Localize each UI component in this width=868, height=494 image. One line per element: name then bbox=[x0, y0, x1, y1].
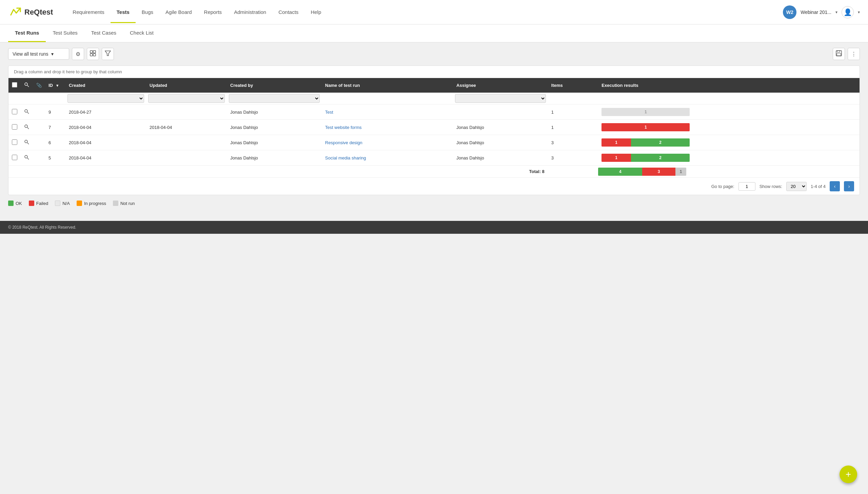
legend-na: N/A bbox=[55, 201, 70, 206]
toolbar: View all test runs ▾ ⚙ ⋮ bbox=[8, 48, 860, 60]
row-exec-cell: 1 bbox=[598, 120, 860, 135]
filter-created-by[interactable] bbox=[229, 94, 320, 103]
row-checkbox[interactable] bbox=[12, 124, 17, 130]
total-exec-seg-ok: 4 bbox=[598, 168, 642, 176]
row-exec-cell: 1 bbox=[598, 104, 860, 120]
row-attach-cell bbox=[33, 104, 45, 120]
filter-updated[interactable] bbox=[148, 94, 225, 103]
total-exec-seg-notrun: 1 bbox=[675, 168, 687, 176]
row-attach-cell bbox=[33, 135, 45, 150]
logo: ReQtest bbox=[8, 5, 53, 19]
row-checkbox[interactable] bbox=[12, 109, 17, 114]
legend-na-label: N/A bbox=[62, 201, 70, 206]
more-options-button[interactable]: ⋮ bbox=[848, 48, 860, 60]
attach-icon: 📎 bbox=[36, 83, 42, 88]
row-search-icon[interactable] bbox=[24, 140, 29, 146]
legend-failed: Failed bbox=[29, 201, 48, 206]
nav-contacts[interactable]: Contacts bbox=[272, 1, 304, 23]
test-runs-table: 📎 ID ▼ Created Updated Created by Name o… bbox=[8, 78, 860, 177]
table-card: Drag a column and drop it here to group … bbox=[8, 65, 860, 195]
more-icon: ⋮ bbox=[851, 51, 856, 57]
row-search-icon[interactable] bbox=[24, 110, 29, 115]
row-search-cell[interactable] bbox=[21, 104, 33, 120]
row-checkbox-cell[interactable] bbox=[8, 135, 21, 150]
exec-bar: 1 bbox=[601, 108, 690, 116]
legend-notrun-dot bbox=[113, 201, 118, 206]
row-attach-cell bbox=[33, 120, 45, 135]
row-name[interactable]: Test website forms bbox=[322, 120, 453, 135]
exec-seg-na: 1 bbox=[601, 108, 690, 116]
row-attach-cell bbox=[33, 150, 45, 166]
row-exec-cell: 12 bbox=[598, 150, 860, 166]
header-checkbox[interactable] bbox=[8, 78, 21, 93]
filter-created[interactable] bbox=[67, 94, 144, 103]
nav-agile-board[interactable]: Agile Board bbox=[159, 1, 198, 23]
row-id: 7 bbox=[45, 120, 65, 135]
row-created: 2018-04-27 bbox=[65, 104, 146, 120]
view-selector-label: View all test runs bbox=[13, 51, 48, 57]
row-items: 3 bbox=[548, 150, 598, 166]
row-created-by: Jonas Dahlsjo bbox=[227, 135, 322, 150]
row-checkbox[interactable] bbox=[12, 139, 17, 145]
total-exec: 431 bbox=[598, 166, 860, 178]
svg-point-16 bbox=[25, 155, 27, 158]
row-search-cell[interactable] bbox=[21, 150, 33, 166]
row-search-icon[interactable] bbox=[24, 125, 29, 131]
group-button[interactable] bbox=[87, 48, 99, 60]
nav-reports[interactable]: Reports bbox=[198, 1, 228, 23]
view-selector-chevron: ▾ bbox=[51, 51, 54, 57]
settings-button[interactable]: ⚙ bbox=[72, 48, 84, 60]
row-search-icon[interactable] bbox=[24, 156, 29, 161]
row-name[interactable]: Social media sharing bbox=[322, 150, 453, 166]
footer-text: © 2018 ReQtest. All Rights Reserved. bbox=[8, 225, 76, 230]
svg-point-12 bbox=[25, 125, 27, 128]
tab-test-runs[interactable]: Test Runs bbox=[8, 24, 46, 42]
tab-test-suites[interactable]: Test Suites bbox=[46, 24, 84, 42]
svg-rect-7 bbox=[837, 53, 841, 56]
nav-tests[interactable]: Tests bbox=[111, 1, 136, 23]
select-all-checkbox[interactable] bbox=[12, 82, 17, 88]
user-profile-chevron[interactable]: ▾ bbox=[858, 10, 860, 15]
go-to-page-label: Go to page: bbox=[711, 184, 734, 189]
sort-arrow-icon: ▼ bbox=[56, 83, 59, 88]
row-search-cell[interactable] bbox=[21, 120, 33, 135]
total-exec-seg-failed: 3 bbox=[642, 168, 675, 176]
filter-button[interactable] bbox=[102, 48, 114, 60]
top-navbar: ReQtest Requirements Tests Bugs Agile Bo… bbox=[0, 0, 868, 24]
toolbar-right: ⋮ bbox=[833, 48, 860, 60]
user-dropdown-chevron[interactable]: ▾ bbox=[835, 10, 837, 15]
row-checkbox-cell[interactable] bbox=[8, 120, 21, 135]
nav-administration[interactable]: Administration bbox=[228, 1, 272, 23]
row-checkbox[interactable] bbox=[12, 155, 17, 160]
nav-help[interactable]: Help bbox=[304, 1, 327, 23]
row-search-cell[interactable] bbox=[21, 135, 33, 150]
rows-per-page-select[interactable]: 20 50 100 bbox=[786, 182, 807, 191]
header-items: Items bbox=[548, 78, 598, 93]
tab-test-cases[interactable]: Test Cases bbox=[84, 24, 123, 42]
nav-requirements[interactable]: Requirements bbox=[66, 1, 110, 23]
save-button[interactable] bbox=[833, 48, 845, 60]
row-name[interactable]: Responsive design bbox=[322, 135, 453, 150]
row-name[interactable]: Test bbox=[322, 104, 453, 120]
total-items bbox=[548, 166, 598, 178]
total-exec-bar: 431 bbox=[598, 168, 686, 176]
legend-notrun: Not run bbox=[113, 201, 135, 206]
nav-bugs[interactable]: Bugs bbox=[136, 1, 159, 23]
row-checkbox-cell[interactable] bbox=[8, 150, 21, 166]
prev-page-button[interactable]: ‹ bbox=[830, 181, 840, 191]
nav-right: W2 Webinar 201... ▾ 👤 ▾ bbox=[783, 5, 860, 19]
row-items: 1 bbox=[548, 120, 598, 135]
exec-bar: 1 bbox=[601, 123, 690, 131]
tab-check-list[interactable]: Check List bbox=[123, 24, 160, 42]
page-input[interactable] bbox=[738, 182, 755, 191]
filter-assignee[interactable] bbox=[455, 94, 546, 103]
header-id[interactable]: ID ▼ bbox=[45, 78, 65, 93]
row-checkbox-cell[interactable] bbox=[8, 104, 21, 120]
exec-seg-ok: 2 bbox=[631, 138, 690, 147]
user-profile-icon[interactable]: 👤 bbox=[842, 6, 854, 18]
legend-failed-label: Failed bbox=[36, 201, 48, 206]
view-selector[interactable]: View all test runs ▾ bbox=[8, 48, 69, 60]
next-page-button[interactable]: › bbox=[844, 181, 854, 191]
row-updated bbox=[146, 135, 227, 150]
legend-notrun-label: Not run bbox=[120, 201, 135, 206]
